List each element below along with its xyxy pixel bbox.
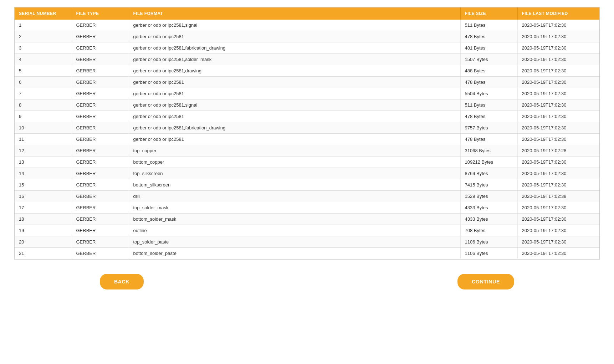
cell-format: drill [129, 191, 460, 202]
cell-serial: 18 [15, 214, 72, 225]
table-row: 20GERBERtop_solder_paste1106 Bytes2020-0… [15, 236, 599, 248]
cell-size: 4333 Bytes [460, 202, 517, 214]
cell-format: bottom_copper [129, 157, 460, 168]
cell-size: 478 Bytes [460, 31, 517, 42]
cell-type: GERBER [72, 236, 129, 248]
button-row: BACK CONTINUE [14, 274, 600, 289]
cell-format: gerber or odb or ipc2581,solder_mask [129, 54, 460, 65]
table-row: 3GERBERgerber or odb or ipc2581,fabricat… [15, 42, 599, 54]
cell-size: 9757 Bytes [460, 122, 517, 134]
cell-serial: 21 [15, 248, 72, 259]
cell-type: GERBER [72, 145, 129, 157]
cell-size: 1507 Bytes [460, 54, 517, 65]
header-format: FILE FORMAT [129, 7, 460, 20]
cell-serial: 8 [15, 99, 72, 111]
cell-modified: 2020-05-19T17:02:30 [517, 202, 599, 214]
cell-type: GERBER [72, 202, 129, 214]
table-row: 19GERBERoutline708 Bytes2020-05-19T17:02… [15, 225, 599, 236]
cell-modified: 2020-05-19T17:02:28 [517, 145, 599, 157]
cell-format: gerber or odb or ipc2581 [129, 134, 460, 145]
header-type: FILE TYPE [72, 7, 129, 20]
file-table-container: SERIAL NUMBER FILE TYPE FILE FORMAT FILE… [14, 7, 600, 260]
table-row: 5GERBERgerber or odb or ipc2581,drawing4… [15, 65, 599, 77]
cell-type: GERBER [72, 214, 129, 225]
cell-serial: 1 [15, 20, 72, 31]
cell-format: gerber or odb or ipc2581,signal [129, 99, 460, 111]
cell-modified: 2020-05-19T17:02:30 [517, 134, 599, 145]
table-row: 8GERBERgerber or odb or ipc2581,signal51… [15, 99, 599, 111]
cell-serial: 16 [15, 191, 72, 202]
cell-type: GERBER [72, 31, 129, 42]
cell-modified: 2020-05-19T17:02:30 [517, 99, 599, 111]
cell-format: gerber or odb or ipc2581 [129, 31, 460, 42]
cell-serial: 6 [15, 77, 72, 88]
cell-size: 488 Bytes [460, 65, 517, 77]
cell-format: top_silkscreen [129, 168, 460, 179]
cell-format: top_copper [129, 145, 460, 157]
table-row: 7GERBERgerber or odb or ipc25815504 Byte… [15, 88, 599, 99]
cell-serial: 20 [15, 236, 72, 248]
cell-size: 31068 Bytes [460, 145, 517, 157]
cell-type: GERBER [72, 134, 129, 145]
cell-format: gerber or odb or ipc2581,fabrication_dra… [129, 42, 460, 54]
cell-type: GERBER [72, 65, 129, 77]
table-row: 18GERBERbottom_solder_mask4333 Bytes2020… [15, 214, 599, 225]
cell-serial: 9 [15, 111, 72, 122]
cell-size: 4333 Bytes [460, 214, 517, 225]
cell-serial: 4 [15, 54, 72, 65]
table-row: 9GERBERgerber or odb or ipc2581478 Bytes… [15, 111, 599, 122]
cell-modified: 2020-05-19T17:02:30 [517, 179, 599, 191]
table-row: 4GERBERgerber or odb or ipc2581,solder_m… [15, 54, 599, 65]
cell-modified: 2020-05-19T17:02:30 [517, 225, 599, 236]
continue-button[interactable]: CONTINUE [457, 274, 514, 289]
cell-size: 478 Bytes [460, 77, 517, 88]
cell-format: bottom_solder_mask [129, 214, 460, 225]
cell-modified: 2020-05-19T17:02:30 [517, 88, 599, 99]
cell-modified: 2020-05-19T17:02:30 [517, 77, 599, 88]
cell-size: 478 Bytes [460, 134, 517, 145]
header-serial: SERIAL NUMBER [15, 7, 72, 20]
cell-modified: 2020-05-19T17:02:30 [517, 214, 599, 225]
table-row: 12GERBERtop_copper31068 Bytes2020-05-19T… [15, 145, 599, 157]
cell-format: bottom_solder_paste [129, 248, 460, 259]
cell-serial: 14 [15, 168, 72, 179]
cell-type: GERBER [72, 122, 129, 134]
cell-modified: 2020-05-19T17:02:30 [517, 248, 599, 259]
cell-format: gerber or odb or ipc2581 [129, 111, 460, 122]
cell-type: GERBER [72, 157, 129, 168]
cell-size: 708 Bytes [460, 225, 517, 236]
cell-size: 1529 Bytes [460, 191, 517, 202]
cell-modified: 2020-05-19T17:02:30 [517, 65, 599, 77]
header-size: FILE SIZE [460, 7, 517, 20]
cell-format: gerber or odb or ipc2581 [129, 88, 460, 99]
back-button[interactable]: BACK [100, 274, 144, 289]
table-row: 2GERBERgerber or odb or ipc2581478 Bytes… [15, 31, 599, 42]
cell-format: bottom_silkscreen [129, 179, 460, 191]
cell-type: GERBER [72, 20, 129, 31]
cell-format: gerber or odb or ipc2581,drawing [129, 65, 460, 77]
cell-format: outline [129, 225, 460, 236]
cell-type: GERBER [72, 88, 129, 99]
cell-modified: 2020-05-19T17:02:30 [517, 54, 599, 65]
cell-size: 109212 Bytes [460, 157, 517, 168]
cell-size: 8769 Bytes [460, 168, 517, 179]
cell-type: GERBER [72, 111, 129, 122]
cell-modified: 2020-05-19T17:02:30 [517, 157, 599, 168]
cell-size: 511 Bytes [460, 20, 517, 31]
table-row: 6GERBERgerber or odb or ipc2581478 Bytes… [15, 77, 599, 88]
cell-serial: 2 [15, 31, 72, 42]
cell-type: GERBER [72, 191, 129, 202]
cell-format: gerber or odb or ipc2581 [129, 77, 460, 88]
cell-serial: 11 [15, 134, 72, 145]
cell-modified: 2020-05-19T17:02:30 [517, 236, 599, 248]
cell-size: 7415 Bytes [460, 179, 517, 191]
cell-type: GERBER [72, 77, 129, 88]
cell-modified: 2020-05-19T17:02:30 [517, 122, 599, 134]
table-row: 13GERBERbottom_copper109212 Bytes2020-05… [15, 157, 599, 168]
cell-modified: 2020-05-19T17:02:30 [517, 42, 599, 54]
cell-modified: 2020-05-19T17:02:30 [517, 168, 599, 179]
cell-size: 1106 Bytes [460, 236, 517, 248]
cell-type: GERBER [72, 168, 129, 179]
cell-type: GERBER [72, 179, 129, 191]
cell-format: gerber or odb or ipc2581,fabrication_dra… [129, 122, 460, 134]
